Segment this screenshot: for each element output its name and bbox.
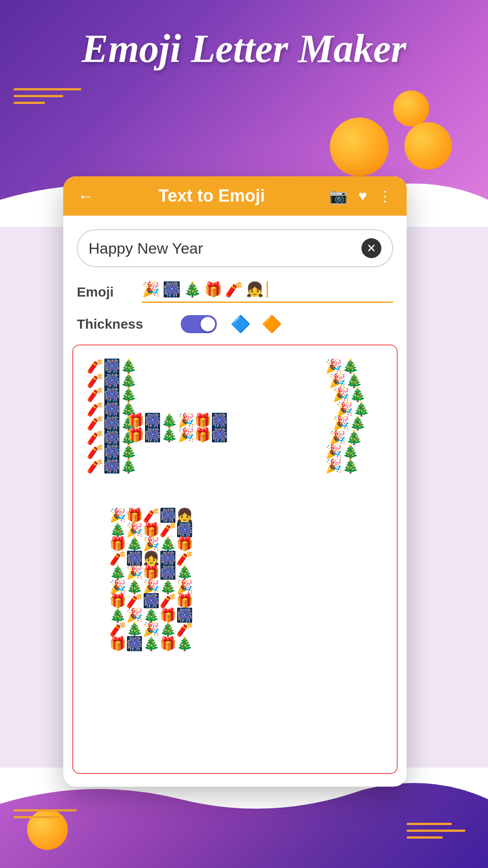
emoji-cursor (267, 281, 268, 297)
emoji-row-8: 🧨🎆🎄 (87, 459, 137, 473)
emoji-display-area: 🧨🎆🎄 🧨🎆🎄 🧨🎆🎄 🧨🎆🎄 🧨🎆🎄 🧨🎆🎄 🧨🎆🎄 🧨🎆🎄 🎁🎆🎄🎉🎁🎆 🎁… (72, 344, 398, 774)
thickness-icons: 🔷 🔶 (230, 315, 282, 334)
camera-icon[interactable]: 📷 (329, 188, 347, 205)
emoji-right-1: 🎉🎄 (325, 359, 370, 373)
sl-row-6: 🎉🎄🎉🎄🎉 (109, 580, 193, 594)
emoji-item-5[interactable]: 🧨 (225, 281, 243, 298)
emoji-item-1[interactable]: 🎉 (142, 281, 160, 298)
more-icon[interactable]: ⋮ (378, 188, 392, 205)
sl-row-10: 🎁🎆🎄🎁🎄 (109, 637, 193, 651)
deco-line (14, 809, 77, 811)
deco-line (14, 816, 59, 818)
sl-row-2: 🎄🎉🎁🧨🎆 (109, 523, 193, 537)
second-letter-left: 🎉🎁🧨🎆👧 🎄🎉🎁🧨🎆 🎁🎄🎉🎄🎁 🧨🎆👧🎆🧨 🎄🎉🎁🎆🎄 🎉🎄🎉🎄🎉 🎁🧨🎆🧨… (109, 508, 193, 651)
fill-icon[interactable]: 🔷 (230, 315, 251, 334)
sl-row-5: 🎄🎉🎁🎆🎄 (109, 565, 193, 580)
sl-row-7: 🎁🧨🎆🧨🎁 (109, 594, 193, 608)
deco-line (407, 830, 465, 832)
emoji-right-5: 🎉🎄 (333, 416, 370, 430)
toggle-knob (201, 317, 215, 331)
emoji-right-6: 🎉🎄 (329, 430, 370, 445)
deco-lines-left (14, 88, 81, 108)
search-area: ✕ (63, 216, 407, 276)
app-title-container: Emoji Letter Maker (0, 27, 488, 71)
app-card: ← Text to Emoji 📷 ♥ ⋮ ✕ Emoji 🎉 🎆 🎄 🎁 🧨 … (63, 176, 407, 787)
emoji-selector[interactable]: 🎉 🎆 🎄 🎁 🧨 👧 (142, 281, 393, 303)
app-title: Emoji Letter Maker (0, 27, 488, 71)
search-box: ✕ (77, 229, 393, 267)
toolbar: ← Text to Emoji 📷 ♥ ⋮ (63, 176, 407, 216)
emoji-item-6[interactable]: 👧 (246, 281, 264, 298)
deco-circle-large (330, 118, 389, 176)
thickness-row: Thickness 🔷 🔶 (63, 310, 407, 344)
emoji-mid-2: 🎁🎆🎄🎉🎁🎆 (127, 428, 228, 442)
sl-row-1: 🎉🎁🧨🎆👧 (109, 508, 193, 523)
deco-line (407, 836, 443, 839)
emoji-right-7: 🎉🎄 (325, 444, 370, 459)
thickness-label: Thickness (77, 316, 167, 332)
sl-row-4: 🧨🎆👧🎆🧨 (109, 551, 193, 566)
emoji-right-2: 🎉🎄 (329, 373, 370, 388)
letter-h-container: 🧨🎆🎄 🧨🎆🎄 🧨🎆🎄 🧨🎆🎄 🧨🎆🎄 🧨🎆🎄 🧨🎆🎄 🧨🎆🎄 🎁🎆🎄🎉🎁🎆 🎁… (82, 354, 388, 499)
emoji-item-4[interactable]: 🎁 (204, 281, 222, 298)
emoji-right-8: 🎉🎄 (325, 459, 370, 473)
text-input[interactable] (89, 240, 356, 257)
deco-lines-bottom-left (14, 809, 77, 823)
emoji-item-2[interactable]: 🎆 (163, 281, 181, 298)
h-middle-stroke: 🎁🎆🎄🎉🎁🎆 🎁🎆🎄🎉🎁🎆 (127, 413, 228, 442)
layers-icon[interactable]: 🔶 (262, 315, 282, 334)
heart-icon[interactable]: ♥ (358, 188, 367, 204)
toolbar-title: Text to Emoji (103, 186, 320, 206)
emoji-row-2: 🧨🎆🎄 (87, 373, 137, 388)
emoji-item-3[interactable]: 🎄 (183, 281, 202, 298)
emoji-row-1: 🧨🎆🎄 (87, 359, 137, 373)
emoji-options-row: Emoji 🎉 🎆 🎄 🎁 🧨 👧 (63, 276, 407, 310)
deco-circle-right (404, 122, 452, 170)
h-right-stroke: 🎉🎄 🎉🎄 🎉🎄 🎉🎄 🎉🎄 🎉🎄 🎉🎄 🎉🎄 (325, 359, 370, 473)
deco-line (14, 102, 45, 104)
emoji-row-3: 🧨🎆🎄 (87, 387, 137, 402)
back-button[interactable]: ← (78, 188, 94, 204)
sl-row-8: 🎄🎉🎄🎁🎆 (109, 608, 193, 623)
sl-row-3: 🎁🎄🎉🎄🎁 (109, 537, 193, 551)
toolbar-icons: 📷 ♥ ⋮ (329, 188, 392, 205)
deco-line (14, 95, 63, 97)
emoji-label: Emoji (77, 284, 131, 300)
clear-button[interactable]: ✕ (361, 238, 381, 258)
thickness-toggle[interactable] (181, 315, 217, 333)
letter-second-container: 🎉🎁🧨🎆👧 🎄🎉🎁🧨🎆 🎁🎄🎉🎄🎁 🧨🎆👧🎆🧨 🎄🎉🎁🎆🎄 🎉🎄🎉🎄🎉 🎁🧨🎆🧨… (82, 508, 388, 662)
emoji-right-4: 🎉🎄 (336, 402, 370, 416)
deco-lines-right (407, 823, 465, 843)
emoji-right-3: 🎉🎄 (333, 387, 370, 402)
emoji-mid-1: 🎁🎆🎄🎉🎁🎆 (127, 413, 228, 428)
deco-line (407, 823, 452, 825)
sl-row-9: 🧨🎄🎉🎄🧨 (109, 622, 193, 637)
emoji-row-7: 🧨🎆🎄 (87, 444, 137, 459)
deco-circle-small (393, 90, 429, 127)
deco-line (14, 88, 81, 90)
